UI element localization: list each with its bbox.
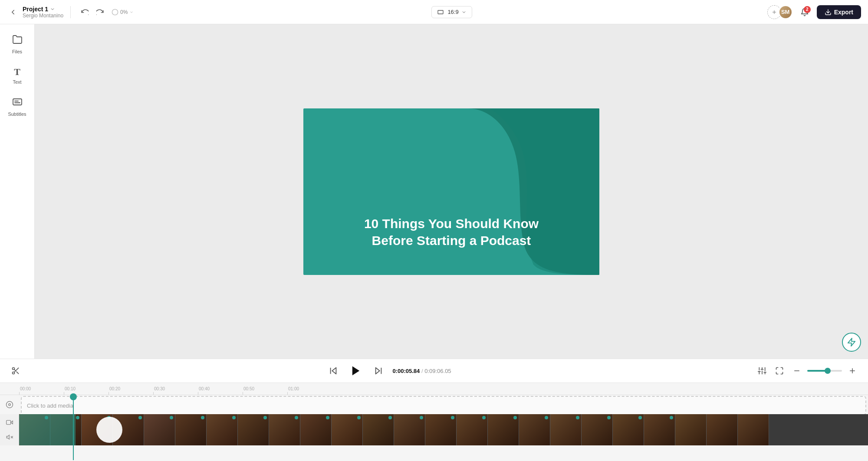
track-controls-video [0, 414, 19, 445]
svg-point-0 [112, 9, 118, 15]
aspect-ratio-button[interactable]: 16:9 [431, 6, 472, 18]
sidebar-item-text[interactable]: T Text [3, 61, 32, 90]
topbar: Project 1 Sergio Montanino 0% 16:9 [0, 0, 868, 24]
film-frame [269, 414, 300, 445]
rewind-button[interactable] [326, 364, 340, 378]
canvas-frame[interactable]: 10 Things You Should Know Before Startin… [303, 108, 599, 275]
film-frame [394, 414, 425, 445]
avatar: SM [779, 5, 792, 19]
project-name-label: Project 1 [23, 6, 63, 13]
video-track-icon[interactable] [3, 416, 16, 428]
film-frame [332, 414, 363, 445]
notification-badge: 2 [804, 6, 811, 13]
add-media-row: Click to add media [0, 395, 868, 414]
time-display: 0:00:05.84 / 0:09:06.05 [392, 368, 451, 374]
timeline-area: 00:00 00:10 00:20 00:30 00:40 [0, 383, 868, 461]
playback-bar: 0:00:05.84 / 0:09:06.05 [0, 359, 868, 383]
film-frame [488, 414, 519, 445]
fast-forward-button[interactable] [372, 364, 385, 378]
playhead[interactable] [73, 395, 74, 460]
ruler-tick-6: 01:00 [287, 386, 332, 395]
svg-rect-34 [6, 420, 10, 424]
sidebar: Files T Text Subtitles [0, 24, 35, 359]
timeline-ruler: 00:00 00:10 00:20 00:30 00:40 [0, 383, 868, 395]
notification-button[interactable]: 2 [798, 5, 812, 19]
svg-line-12 [16, 372, 19, 374]
files-icon [12, 34, 23, 47]
ruler-tick-3: 00:30 [153, 386, 198, 395]
sidebar-item-text-label: Text [13, 79, 21, 85]
playhead-handle[interactable] [70, 393, 77, 400]
project-info: Project 1 Sergio Montanino [23, 6, 63, 19]
film-frame [238, 414, 269, 445]
svg-marker-8 [848, 338, 855, 346]
film-frame [738, 414, 769, 445]
svg-point-32 [9, 404, 11, 406]
magic-button[interactable] [842, 333, 861, 352]
canvas-area: 10 Things You Should Know Before Startin… [35, 24, 868, 359]
svg-point-31 [7, 402, 13, 408]
subtitles-icon [12, 97, 23, 110]
playback-center: 0:00:05.84 / 0:09:06.05 [326, 362, 451, 379]
zoom-out-button[interactable] [790, 364, 804, 378]
film-frame [425, 414, 457, 445]
film-frame [363, 414, 394, 445]
main-area: Files T Text Subtitles 10 Things You Sho… [0, 24, 868, 359]
video-track-row [0, 414, 868, 445]
svg-marker-17 [376, 368, 380, 374]
add-media-button[interactable]: Click to add media [21, 396, 866, 414]
ruler-tick-1: 00:10 [64, 386, 108, 395]
cut-tool-button[interactable] [9, 364, 23, 378]
text-icon: T [14, 66, 20, 78]
divider [70, 6, 71, 18]
ruler-tick-5: 00:50 [243, 386, 287, 395]
ruler-tick-2: 00:20 [108, 386, 153, 395]
sidebar-item-files-label: Files [12, 49, 22, 54]
svg-line-13 [14, 369, 16, 371]
topbar-right: SM 2 Export [767, 5, 861, 19]
zoom-in-button[interactable] [845, 364, 859, 378]
project-user-label: Sergio Montanino [23, 13, 63, 19]
play-button[interactable] [347, 362, 365, 379]
sidebar-item-subtitles-label: Subtitles [8, 111, 26, 117]
timeline-tracks: Click to add media [0, 395, 868, 445]
playback-left [9, 364, 23, 378]
film-frame [144, 414, 175, 445]
playback-right [755, 364, 859, 378]
volume-control [807, 370, 842, 372]
topbar-center: 16:9 [141, 6, 762, 18]
track-controls-audio [0, 399, 19, 411]
back-button[interactable] [7, 6, 19, 18]
svg-marker-16 [352, 366, 359, 376]
undo-redo-group: 0% [78, 5, 136, 19]
sidebar-item-subtitles[interactable]: Subtitles [3, 92, 32, 121]
topbar-left: Project 1 Sergio Montanino 0% [7, 5, 136, 19]
film-frame [550, 414, 582, 445]
svg-marker-14 [332, 368, 336, 374]
film-frame [644, 414, 675, 445]
film-frame [175, 414, 207, 445]
ruler-tick-4: 00:40 [198, 386, 243, 395]
fit-screen-button[interactable] [773, 364, 786, 378]
ruler-tick-0: 00:00 [19, 386, 64, 395]
film-frame [207, 414, 238, 445]
svg-marker-33 [10, 421, 13, 424]
svg-rect-1 [438, 10, 443, 14]
volume-slider[interactable] [807, 370, 842, 372]
magic-effects-button[interactable] [755, 364, 769, 378]
canvas-title: 10 Things You Should Know Before Startin… [333, 215, 570, 249]
undo-button[interactable] [78, 5, 92, 19]
film-frame [675, 414, 707, 445]
export-button[interactable]: Export [817, 5, 861, 19]
film-frame [582, 414, 613, 445]
circle-progress-button[interactable]: 0% [109, 5, 136, 19]
redo-button[interactable] [93, 5, 107, 19]
sidebar-item-files[interactable]: Files [3, 29, 32, 59]
audio-track-icon[interactable] [3, 399, 16, 411]
svg-rect-5 [13, 99, 22, 105]
audio-mute-icon[interactable] [3, 431, 16, 443]
video-track-lane[interactable] [19, 414, 868, 445]
svg-marker-35 [7, 435, 9, 439]
film-frame [300, 414, 332, 445]
film-frame [707, 414, 738, 445]
